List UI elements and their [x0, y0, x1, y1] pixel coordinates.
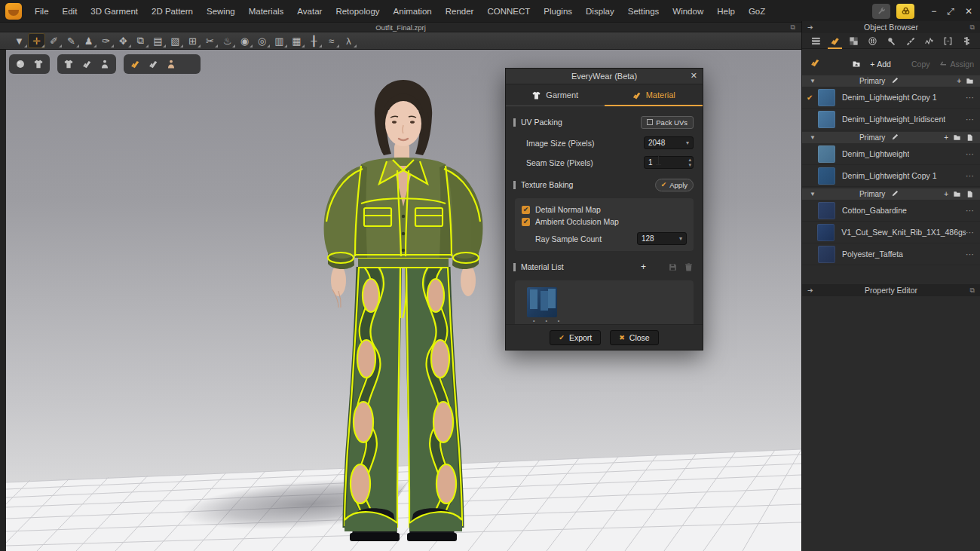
row-menu-icon[interactable]: ⋯	[966, 206, 974, 216]
save-material-icon[interactable]	[668, 262, 678, 272]
open-folder-button[interactable]	[852, 60, 861, 69]
pattern-paper-tool[interactable]: ⧉	[132, 33, 149, 48]
fabric-row[interactable]: Denim_Lightweight Copy 1 ⋯	[802, 165, 980, 187]
move-gizmo-tool[interactable]: ✛	[28, 33, 45, 48]
copy-material-icon[interactable]	[652, 262, 662, 272]
avatar-skin-icon[interactable]	[164, 57, 179, 72]
window-2d-tool[interactable]: ⊞	[184, 33, 201, 48]
menu-retopology[interactable]: Retopology	[329, 7, 386, 16]
fabric-thumbnail[interactable]	[818, 111, 835, 128]
add-fabric-button[interactable]: + Add	[870, 60, 891, 69]
import-tool[interactable]: ▼	[11, 33, 28, 48]
textured-surface-icon[interactable]	[127, 57, 142, 72]
document-tab[interactable]: Outfit_Final.zprj	[0, 23, 801, 32]
menu-goz[interactable]: GoZ	[742, 7, 772, 16]
float-panel-icon[interactable]: ⧉	[970, 23, 975, 32]
fabric-thumbnail[interactable]	[818, 89, 835, 106]
ray-sample-select[interactable]: 128 ▾	[637, 232, 687, 245]
row-menu-icon[interactable]: ⋯	[966, 171, 974, 181]
collapse-arrow-icon[interactable]: ➔	[807, 23, 813, 31]
group-folder-icon[interactable]	[953, 133, 961, 142]
menu-file[interactable]: File	[28, 7, 56, 16]
tab-puckering[interactable]	[920, 33, 939, 49]
fabric-row[interactable]: Denim_Lightweight ⋯	[802, 143, 980, 165]
tab-scene-list[interactable]	[807, 33, 825, 49]
fabric-group-header[interactable]: ▼ Primary +	[802, 132, 980, 143]
tab-fabric[interactable]	[825, 33, 844, 49]
fabric-thumbnail[interactable]	[818, 246, 835, 263]
group-add-icon[interactable]: +	[944, 133, 948, 142]
show-fabric-icon[interactable]	[79, 57, 94, 72]
menu-2d-pattern[interactable]: 2D Pattern	[145, 7, 200, 16]
menu-display[interactable]: Display	[579, 7, 621, 16]
flatten-panel-tool[interactable]: ▦	[288, 33, 305, 48]
apply-button[interactable]: ✔ Apply	[655, 179, 694, 191]
restore-button[interactable]: ⤢	[947, 6, 954, 17]
garment-fit-icon[interactable]	[31, 57, 46, 72]
menu-window[interactable]: Window	[666, 7, 710, 16]
curve-tool[interactable]: ≈	[323, 33, 340, 48]
menu-sewing[interactable]: Sewing	[200, 7, 242, 16]
avatar-3d-model[interactable]	[283, 69, 524, 551]
menu-materials[interactable]: Materials	[242, 7, 291, 16]
fabric-row[interactable]: Cotton_Gabardine ⋯	[802, 200, 980, 222]
tab-garment[interactable]: Garment	[506, 84, 605, 106]
fabric-thumbnail[interactable]	[818, 167, 835, 185]
ambient-occlusion-checkbox[interactable]: ✔	[522, 218, 530, 226]
environment-globe-icon[interactable]	[182, 57, 197, 72]
plain-surface-icon[interactable]	[145, 57, 161, 72]
spinner-arrows[interactable]: ▴▾	[688, 157, 691, 167]
export-button[interactable]: ✔ Export	[550, 330, 601, 345]
material-thumbnail[interactable]	[527, 287, 557, 317]
row-menu-icon[interactable]: ⋯	[966, 93, 974, 103]
menu-animation[interactable]: Animation	[387, 7, 439, 16]
select-lasso-tool[interactable]: ✐	[45, 33, 63, 48]
row-menu-icon[interactable]: ⋯	[966, 115, 974, 124]
pen-tool[interactable]: ✑	[97, 33, 115, 48]
button-tool[interactable]: ◉	[236, 33, 253, 48]
sewing-machine-tool[interactable]: ▧	[167, 33, 184, 48]
pack-uvs-button[interactable]: Pack UVs	[641, 116, 694, 129]
fabric-group-header[interactable]: ▼ Primary +	[802, 75, 980, 87]
group-folder-icon[interactable]	[966, 77, 974, 85]
float-panel-icon[interactable]: ⧉	[791, 23, 795, 32]
detail-normal-map-checkbox[interactable]: ✔	[522, 206, 530, 214]
cut-sew-tool[interactable]: ✂	[201, 33, 219, 48]
menu-connect[interactable]: CONNECT	[480, 7, 537, 16]
steamer-tool[interactable]: ♨	[219, 33, 236, 48]
minimize-button[interactable]: −	[931, 6, 936, 17]
tab-pin[interactable]	[882, 33, 901, 49]
chevron-down-icon[interactable]: ▼	[810, 191, 816, 197]
assign-fabric-button[interactable]: Assign	[939, 60, 974, 69]
chevron-down-icon[interactable]: ▼	[810, 134, 816, 141]
wrench-icon[interactable]	[872, 4, 890, 19]
add-material-icon[interactable]: +	[641, 262, 646, 272]
tab-zipper[interactable]	[957, 33, 976, 49]
close-dialog-button[interactable]: ✖ Close	[610, 330, 658, 345]
tab-button[interactable]	[863, 33, 882, 49]
menu-edit[interactable]: Edit	[56, 7, 84, 16]
close-button[interactable]: ✕	[965, 6, 972, 17]
group-page-icon[interactable]	[966, 133, 974, 142]
fabric-row[interactable]: ✔ Denim_Lightweight Copy 1 ⋯	[802, 87, 980, 109]
tab-material[interactable]: Material	[605, 84, 703, 106]
rename-pencil-icon[interactable]	[891, 133, 899, 142]
show-garment-icon[interactable]	[61, 57, 76, 72]
arrange-tool[interactable]: ✥	[115, 33, 132, 48]
group-add-icon[interactable]: +	[944, 190, 948, 198]
dialog-close-icon[interactable]: ✕	[691, 71, 697, 81]
grommet-tool[interactable]: ◎	[253, 33, 271, 48]
fold-panel-tool[interactable]: ▥	[271, 33, 288, 48]
fabric-row[interactable]: Denim_Lightweight_Iridiscent ⋯	[802, 109, 980, 130]
fabric-row[interactable]: Polyester_Taffeta ⋯	[802, 243, 980, 265]
avatar-pin-tool[interactable]: ♟	[80, 33, 97, 48]
tab-graphic[interactable]	[844, 33, 863, 49]
image-size-select[interactable]: 2048 ▾	[644, 136, 694, 149]
tab-topstitch[interactable]	[901, 33, 920, 49]
fabric-group-header[interactable]: ▼ Primary +	[802, 188, 980, 200]
dialog-title-bar[interactable]: EveryWear (Beta) ✕	[506, 69, 703, 84]
row-menu-icon[interactable]: ⋯	[966, 249, 974, 259]
seam-size-input[interactable]	[644, 156, 694, 169]
garment-tool[interactable]: ▤	[149, 33, 167, 48]
brush-tool[interactable]: ✎	[63, 33, 80, 48]
